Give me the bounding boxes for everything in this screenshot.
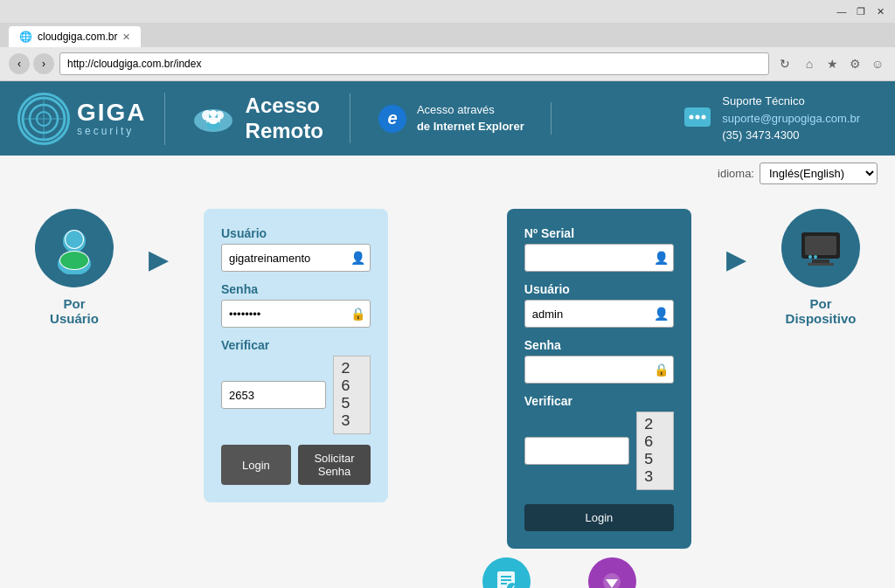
svg-text:e: e xyxy=(387,108,397,128)
language-select[interactable]: Inglés(English) Português(Brasil) Españo… xyxy=(760,163,878,184)
device-usuario-input-wrapper: 👤 xyxy=(524,300,674,328)
close-button[interactable]: ✕ xyxy=(874,5,886,17)
svg-point-30 xyxy=(808,255,812,259)
page-content: GIGA security Acesso Remoto xyxy=(0,81,895,588)
logo-circle xyxy=(17,93,70,145)
smiley-icon[interactable]: ☺ xyxy=(869,55,886,73)
browser-toolbar-icons: ⌂ ★ ⚙ ☺ xyxy=(801,55,886,73)
cloud-person-icon xyxy=(191,101,235,136)
minimize-button[interactable]: — xyxy=(836,5,848,17)
tab-bar: 🌐 cloudgiga.com.br ✕ xyxy=(0,23,895,47)
window-controls[interactable]: — ❐ ✕ xyxy=(836,5,886,17)
title-bar: — ❐ ✕ xyxy=(0,0,895,23)
nav-buttons[interactable]: ‹ › xyxy=(9,53,54,74)
por-dispositivo-label: PorDispositivo xyxy=(786,296,857,326)
serial-input-wrapper: 👤 xyxy=(524,244,674,272)
svg-text:✓: ✓ xyxy=(509,584,516,589)
language-label: idioma: xyxy=(718,167,754,180)
acesso-section: Acesso Remoto xyxy=(165,93,350,144)
active-tab[interactable]: 🌐 cloudgiga.com.br ✕ xyxy=(9,26,141,47)
header: GIGA security Acesso Remoto xyxy=(0,81,895,156)
bottom-icons: ✓ Registrar Download WEB xyxy=(471,557,664,588)
captcha-input[interactable] xyxy=(221,381,326,409)
button-row: Login Solicitar Senha xyxy=(221,445,371,485)
serial-user-icon: 👤 xyxy=(654,251,669,265)
registrar-icon-circle[interactable]: ✓ xyxy=(482,557,531,588)
device-senha-input-wrapper: 🔒 xyxy=(524,356,674,384)
main-content: PorUsuário ▶ Usuário 👤 Senha 🔒 Veri xyxy=(0,191,895,566)
arrow-right-icon: ▶ xyxy=(149,244,169,274)
giga-logo-svg xyxy=(20,95,67,142)
device-avatar xyxy=(781,209,860,287)
download-web-icon xyxy=(599,569,625,589)
senha-input-wrapper: 🔒 xyxy=(221,300,371,328)
registrar-item: ✓ Registrar xyxy=(471,557,542,588)
tab-title: cloudgiga.com.br xyxy=(38,31,117,43)
download-web-icon-circle[interactable] xyxy=(588,557,636,588)
maximize-button[interactable]: ❐ xyxy=(855,5,867,17)
svg-point-25 xyxy=(60,252,88,269)
svg-point-17 xyxy=(696,114,700,119)
device-login-form: Nº Serial 👤 Usuário 👤 Senha 🔒 xyxy=(507,209,691,549)
ie-section: e Acesso através de Internet Explorer xyxy=(350,102,552,134)
svg-point-11 xyxy=(210,110,217,117)
tab-close-button[interactable]: ✕ xyxy=(122,31,130,43)
svg-rect-28 xyxy=(812,259,829,263)
home-icon[interactable]: ⌂ xyxy=(801,55,818,73)
giga-wordmark: GIGA xyxy=(77,100,147,125)
usuario-label: Usuário xyxy=(221,226,371,240)
solicitar-senha-button[interactable]: Solicitar Senha xyxy=(298,445,371,485)
device-captcha-image: 2 6 5 3 xyxy=(636,412,674,490)
ie-logo-icon: e xyxy=(377,103,408,135)
svg-point-12 xyxy=(208,117,219,124)
device-verificar-field-row: Verificar 2 6 5 3 xyxy=(524,394,674,490)
device-login-button[interactable]: Login xyxy=(524,504,674,531)
captcha-image: 2 6 5 3 xyxy=(333,356,371,434)
device-verificar-label: Verificar xyxy=(524,394,674,408)
por-usuario-label: PorUsuário xyxy=(50,296,99,326)
back-button[interactable]: ‹ xyxy=(9,53,30,74)
user-field-icon: 👤 xyxy=(350,251,365,265)
spacer-left xyxy=(231,549,445,588)
device-usuario-input[interactable] xyxy=(524,300,674,328)
language-bar: idioma: Inglés(English) Português(Brasil… xyxy=(0,156,895,191)
senha-input[interactable] xyxy=(221,300,371,328)
svg-point-31 xyxy=(814,255,817,259)
svg-point-24 xyxy=(66,231,83,248)
device-usuario-field-row: Usuário 👤 xyxy=(524,282,674,328)
usuario-field-row: Usuário 👤 xyxy=(221,226,371,272)
logo-section: GIGA security xyxy=(17,93,165,145)
support-section: Suporte Técnico suporte@grupogiga.com.br… xyxy=(664,93,878,144)
device-senha-label: Senha xyxy=(524,338,674,352)
usuario-input[interactable] xyxy=(221,244,371,272)
user-avatar xyxy=(35,209,114,287)
senha-field-row: Senha 🔒 xyxy=(221,282,371,328)
captcha-row: 2 6 5 3 xyxy=(221,356,371,434)
svg-rect-29 xyxy=(808,263,834,266)
device-lock-icon: 🔒 xyxy=(654,363,669,377)
forward-button[interactable]: › xyxy=(33,53,54,74)
senha-label: Senha xyxy=(221,282,371,296)
browser-chrome: — ❐ ✕ 🌐 cloudgiga.com.br ✕ ‹ › ↻ ⌂ ★ ⚙ ☺ xyxy=(0,0,895,81)
support-chat-icon xyxy=(682,103,713,135)
device-section: PorDispositivo xyxy=(781,209,860,326)
device-captcha-input[interactable] xyxy=(524,437,629,465)
usuario-input-wrapper: 👤 xyxy=(221,244,371,272)
url-input[interactable] xyxy=(59,52,769,75)
verificar-label: Verificar xyxy=(221,338,371,352)
device-captcha-row: 2 6 5 3 xyxy=(524,412,674,490)
settings-icon[interactable]: ⚙ xyxy=(846,55,864,73)
security-wordmark: security xyxy=(77,125,147,137)
user-login-form: Usuário 👤 Senha 🔒 Verificar 2 6 5 3 xyxy=(204,209,388,502)
device-senha-input[interactable] xyxy=(524,356,674,384)
address-bar: ‹ › ↻ ⌂ ★ ⚙ ☺ xyxy=(0,47,895,80)
favorites-icon[interactable]: ★ xyxy=(823,55,841,73)
svg-point-18 xyxy=(702,114,706,119)
svg-rect-27 xyxy=(805,236,836,255)
device-usuario-label: Usuário xyxy=(524,282,674,296)
user-avatar-svg xyxy=(48,222,101,274)
arrow-left-icon: ▶ xyxy=(726,244,746,274)
refresh-button[interactable]: ↻ xyxy=(774,53,795,74)
login-button[interactable]: Login xyxy=(221,445,291,485)
serial-input[interactable] xyxy=(524,244,674,272)
